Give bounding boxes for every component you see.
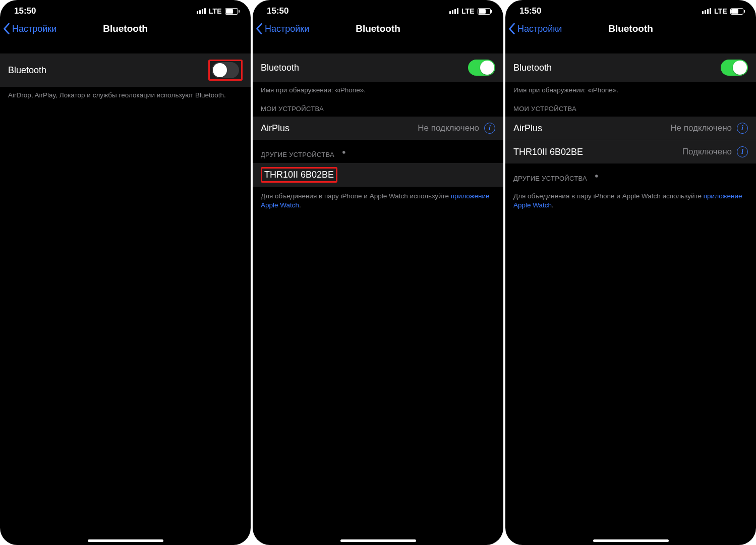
- home-indicator[interactable]: [88, 539, 163, 542]
- bluetooth-toggle[interactable]: [212, 62, 239, 78]
- other-devices-header: ДРУГИЕ УСТРОЙСТВА: [253, 140, 503, 163]
- bluetooth-toggle[interactable]: [721, 60, 748, 76]
- info-icon[interactable]: [737, 123, 748, 134]
- battery-icon: [225, 8, 240, 15]
- chevron-left-icon: [508, 23, 515, 34]
- battery-icon: [730, 8, 745, 15]
- highlight-box: THR10II 6B02BE: [261, 167, 337, 183]
- bluetooth-off-note: AirDrop, AirPlay, Локатор и службы геоло…: [0, 87, 251, 100]
- signal-icon: [449, 8, 458, 14]
- status-bar: 15:50 LTE: [253, 0, 503, 18]
- my-devices-header: МОИ УСТРОЙСТВА: [253, 95, 503, 117]
- highlight-box: [208, 60, 243, 81]
- status-time: 15:50: [267, 6, 288, 16]
- back-button[interactable]: Настройки: [3, 23, 56, 34]
- screen-3: 15:50 LTE Настройки Bluetooth Bluetooth …: [505, 0, 756, 545]
- home-indicator[interactable]: [340, 539, 416, 542]
- device-row-thr10[interactable]: THR10II 6B02BE: [253, 163, 503, 187]
- chevron-left-icon: [3, 23, 10, 34]
- device-row-thr10[interactable]: THR10II 6B02BE Подключено: [505, 140, 756, 164]
- back-button[interactable]: Настройки: [256, 23, 309, 34]
- chevron-left-icon: [256, 23, 263, 34]
- status-net: LTE: [209, 7, 221, 15]
- status-net: LTE: [714, 7, 727, 15]
- bluetooth-toggle-row: Bluetooth: [505, 53, 756, 82]
- back-label: Настройки: [12, 24, 56, 34]
- battery-icon: [478, 8, 493, 15]
- info-icon[interactable]: [484, 123, 495, 134]
- signal-icon: [197, 8, 206, 14]
- bluetooth-label: Bluetooth: [261, 63, 299, 73]
- bluetooth-toggle-row: Bluetooth: [253, 53, 503, 82]
- home-indicator[interactable]: [593, 539, 669, 542]
- footer-note: Для объединения в пару iPhone и Apple Wa…: [253, 187, 503, 210]
- nav-bar: Настройки Bluetooth: [253, 18, 503, 41]
- bluetooth-toggle[interactable]: [468, 60, 495, 76]
- status-bar: 15:50 LTE: [0, 0, 251, 18]
- device-status: Не подключено: [670, 123, 732, 133]
- info-icon[interactable]: [737, 146, 748, 157]
- device-name: AirPlus: [261, 123, 289, 134]
- discover-note: Имя при обнаружении: «iPhone».: [505, 82, 756, 95]
- screen-1: 15:50 LTE Настройки Bluetooth Bluetooth …: [0, 0, 251, 545]
- back-label: Настройки: [265, 24, 309, 34]
- device-status: Не подключено: [418, 123, 479, 133]
- spinner-icon: [339, 150, 348, 159]
- footer-note: Для объединения в пару iPhone и Apple Wa…: [505, 187, 756, 210]
- bluetooth-toggle-row: Bluetooth: [0, 53, 251, 87]
- device-status: Подключено: [682, 147, 732, 157]
- device-name: AirPlus: [513, 123, 542, 134]
- nav-bar: Настройки Bluetooth: [0, 18, 251, 41]
- screen-2: 15:50 LTE Настройки Bluetooth Bluetooth …: [253, 0, 503, 545]
- bluetooth-label: Bluetooth: [513, 63, 552, 73]
- status-time: 15:50: [14, 6, 36, 16]
- discover-note: Имя при обнаружении: «iPhone».: [253, 82, 503, 95]
- my-devices-header: МОИ УСТРОЙСТВА: [505, 95, 756, 117]
- spinner-icon: [592, 174, 601, 183]
- device-row-airplus[interactable]: AirPlus Не подключено: [505, 117, 756, 140]
- status-bar: 15:50 LTE: [505, 0, 756, 18]
- back-button[interactable]: Настройки: [508, 23, 562, 34]
- signal-icon: [702, 8, 711, 14]
- nav-bar: Настройки Bluetooth: [505, 18, 756, 41]
- status-net: LTE: [461, 7, 474, 15]
- device-name: THR10II 6B02BE: [513, 147, 583, 157]
- back-label: Настройки: [517, 24, 562, 34]
- device-name: THR10II 6B02BE: [264, 170, 334, 180]
- status-time: 15:50: [519, 6, 541, 16]
- device-row-airplus[interactable]: AirPlus Не подключено: [253, 117, 503, 140]
- other-devices-header: ДРУГИЕ УСТРОЙСТВА: [505, 164, 756, 187]
- bluetooth-label: Bluetooth: [8, 65, 46, 76]
